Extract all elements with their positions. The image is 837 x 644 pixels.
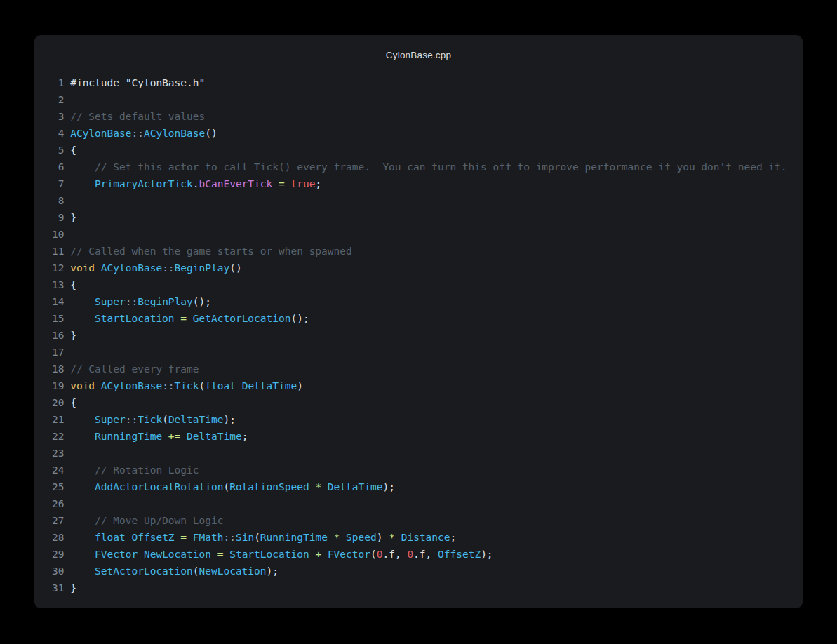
code-token: [162, 431, 168, 442]
code-token: );: [223, 414, 235, 425]
code-token: +: [315, 549, 321, 560]
code-token: NewLocation: [144, 549, 211, 560]
line-number: 3: [52, 108, 64, 125]
code-token: (: [193, 565, 199, 577]
code-token: ::: [223, 532, 235, 543]
line-number: 22: [52, 428, 64, 445]
code-token: SetActorLocation: [95, 565, 193, 577]
code-line: 11// Called when the game starts or when…: [52, 243, 797, 260]
code-token: [70, 549, 95, 560]
code-token: // Rotation Logic: [70, 464, 199, 476]
line-number: 15: [52, 310, 64, 327]
code-token: [180, 431, 187, 442]
code-token: Tick: [175, 380, 199, 391]
code-token: void: [70, 380, 95, 391]
code-line: 27 // Move Up/Down Logic: [52, 512, 797, 529]
code-token: NewLocation: [199, 565, 267, 577]
line-number: 31: [52, 579, 64, 596]
line-number: 23: [52, 445, 64, 462]
code-line: 30 SetActorLocation(NewLocation);: [52, 563, 797, 579]
code-token: 0: [407, 549, 413, 560]
code-line: 1#include "CylonBase.h": [52, 74, 797, 91]
code-token: ;: [242, 431, 248, 442]
line-number: 26: [52, 495, 64, 512]
code-token: ACylonBase: [144, 128, 205, 139]
code-token: ): [377, 532, 389, 543]
code-line: 20{: [52, 394, 797, 411]
code-token: RotationSpeed: [229, 481, 309, 492]
code-token: ::: [162, 262, 174, 274]
code-line: 8: [52, 192, 797, 209]
code-token: .: [193, 178, 199, 189]
code-token: ACylonBase: [101, 380, 162, 391]
code-snippet-window: CylonBase.cpp 1#include "CylonBase.h"23/…: [34, 35, 803, 608]
code-token: *: [315, 481, 321, 492]
code-token: [211, 549, 217, 560]
code-token: Tick: [138, 414, 162, 425]
code-line: 22 RunningTime += DeltaTime;: [52, 428, 797, 445]
code-token: true: [290, 178, 315, 189]
code-token: ;: [315, 178, 321, 189]
code-token: ();: [290, 313, 309, 324]
line-number: 7: [52, 175, 64, 192]
code-token: [70, 532, 95, 543]
code-token: [223, 549, 229, 560]
code-token: }: [70, 582, 76, 593]
code-line: 18// Called every frame: [52, 361, 797, 377]
line-number: 6: [52, 159, 64, 175]
code-line: 15 StartLocation = GetActorLocation();: [52, 310, 797, 327]
code-token: [395, 532, 401, 543]
window-header: CylonBase.cpp: [34, 35, 803, 74]
code-token: (: [370, 549, 377, 560]
code-token: #include "CylonBase.h": [70, 77, 205, 88]
code-token: Speed: [346, 532, 377, 543]
code-token: [328, 532, 334, 543]
code-line: 19void ACylonBase::Tick(float DeltaTime): [52, 377, 797, 394]
line-number: 5: [52, 142, 64, 159]
code-line: 21 Super::Tick(DeltaTime);: [52, 411, 797, 428]
code-token: ::: [126, 296, 138, 307]
code-area[interactable]: 1#include "CylonBase.h"23// Sets default…: [34, 74, 803, 596]
code-token: // Set this actor to call Tick() every f…: [70, 161, 786, 173]
line-number: 25: [52, 478, 64, 495]
code-line: 9}: [52, 209, 797, 226]
code-token: // Move Up/Down Logic: [70, 515, 223, 526]
code-token: BeginPlay: [138, 296, 193, 307]
code-token: (: [162, 414, 168, 425]
screen-background: CylonBase.cpp 1#include "CylonBase.h"23/…: [0, 0, 837, 644]
code-token: [70, 313, 95, 324]
code-token: [340, 532, 346, 543]
code-token: RunningTime: [260, 532, 328, 543]
code-token: StartLocation: [229, 549, 309, 560]
line-number: 16: [52, 327, 64, 344]
code-token: OffsetZ: [131, 532, 174, 543]
line-number: 1: [52, 74, 64, 91]
code-token: [70, 178, 95, 189]
code-line: 16}: [52, 327, 797, 344]
code-line: 3// Sets default values: [52, 108, 797, 125]
code-token: Super: [95, 414, 126, 425]
code-line: 17: [52, 344, 797, 361]
code-token: ::: [126, 414, 138, 425]
code-token: bCanEverTick: [199, 178, 273, 189]
code-token: [70, 296, 95, 307]
code-token: [187, 532, 193, 543]
file-title: CylonBase.cpp: [386, 50, 451, 60]
line-number: 2: [52, 91, 64, 108]
line-number: 29: [52, 546, 64, 563]
code-line: 7 PrimaryActorTick.bCanEverTick = true;: [52, 175, 797, 192]
code-token: float: [205, 380, 236, 391]
code-token: {: [70, 145, 76, 156]
code-token: DeltaTime: [187, 431, 242, 442]
line-number: 18: [52, 361, 64, 377]
line-number: 13: [52, 276, 64, 293]
code-line: 24 // Rotation Logic: [52, 462, 797, 478]
code-token: StartLocation: [95, 313, 175, 324]
code-token: );: [481, 549, 493, 560]
code-token: ACylonBase: [70, 128, 131, 139]
code-token: [272, 178, 279, 189]
code-line: 29 FVector NewLocation = StartLocation +…: [52, 546, 797, 563]
code-token: (): [205, 128, 217, 139]
code-line: 10: [52, 226, 797, 243]
code-token: [95, 380, 101, 391]
